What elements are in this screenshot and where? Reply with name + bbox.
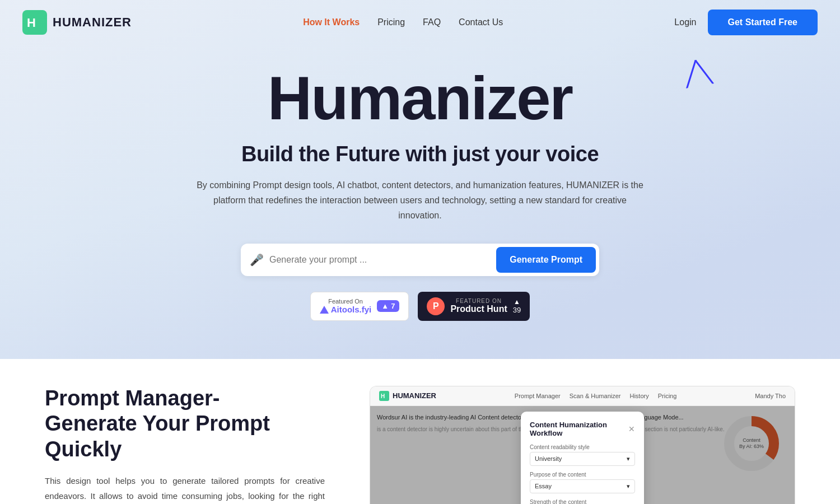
producthunt-badge[interactable]: P FEATURED ON Product Hunt ▲ 39 [418,292,530,321]
lower-section: Prompt Manager-Generate Your PromptQuick… [0,359,840,504]
aitools-logo: Aitools.fyi [320,305,372,314]
app-user-name: Mandy Tho [755,393,786,399]
aitools-count-value: 7 [391,302,395,310]
search-bar-container: 🎤 Generate Prompt [11,244,829,276]
modal-value-purpose: Essay [535,483,552,489]
search-input[interactable] [269,255,496,265]
modal-label-readability: Content readability style [530,444,635,450]
get-started-button[interactable]: Get Started Free [708,10,818,35]
app-mockup-container: H HUMANIZER Prompt Manager Scan & Humani… [370,386,795,504]
nav-contact[interactable]: Contact Us [459,17,503,27]
search-bar: 🎤 Generate Prompt [241,244,599,276]
humanization-modal: Content Humanization Workflow ✕ Content … [521,412,644,504]
aitools-badge[interactable]: Featured On Aitools.fyi ▲ 7 [310,292,409,321]
producthunt-logo: P [427,297,445,315]
lower-title: Prompt Manager-Generate Your PromptQuick… [45,386,325,463]
modal-value-readability: University [535,455,562,462]
navbar: H HUMANIZER How It Works Pricing FAQ Con… [0,0,840,45]
modal-select-readability[interactable]: University ▾ [530,452,635,466]
modal-field-purpose: Purpose of the content Essay ▾ [530,472,635,493]
aitools-info: Featured On Aitools.fyi [320,298,372,314]
modal-field-readability: Content readability style University ▾ [530,444,635,466]
logo-icon: H [22,10,47,35]
mic-icon: 🎤 [250,253,264,267]
hero-description: By combining Prompt design tools, AI cha… [196,178,644,223]
nav-how-it-works[interactable]: How It Works [303,17,360,27]
modal-header: Content Humanization Workflow ✕ [530,421,635,437]
app-nav-scan[interactable]: Scan & Humanizer [570,393,621,399]
app-header-logo: H HUMANIZER [379,391,436,401]
chevron-down-icon: ▾ [627,455,630,463]
modal-field-strength: Strength of the content Essay ▾ [530,499,635,504]
producthunt-count-value: 39 [513,306,521,314]
svg-text:H: H [27,16,36,30]
logo-text: HUMANIZER [53,15,132,30]
nav-right: Login Get Started Free [674,10,818,35]
chevron-down-icon-2: ▾ [627,483,630,490]
app-nav-items: Prompt Manager Scan & Humanizer History … [515,393,677,399]
modal-label-purpose: Purpose of the content [530,472,635,478]
producthunt-brand: Product Hunt [450,304,507,314]
modal-close-icon[interactable]: ✕ [628,424,635,433]
modal-label-strength: Strength of the content [530,499,635,504]
nav-faq[interactable]: FAQ [423,17,441,27]
aitools-triangle-icon [320,306,329,314]
producthunt-count: ▲ 39 [513,298,521,314]
producthunt-upvote-icon: ▲ [514,298,520,306]
aitools-count: ▲ 7 [377,300,399,312]
lower-text: Prompt Manager-Generate Your PromptQuick… [45,386,325,504]
app-mockup: H HUMANIZER Prompt Manager Scan & Humani… [370,386,795,504]
hero-decoration: ╱╲ [683,59,713,86]
app-header: H HUMANIZER Prompt Manager Scan & Humani… [370,386,795,406]
nav-pricing[interactable]: Pricing [377,17,405,27]
svg-text:H: H [381,393,385,399]
hero-section: ╱╲ Humanizer Build the Future with just … [0,45,840,359]
generate-prompt-button[interactable]: Generate Prompt [496,247,596,273]
app-nav-prompt-manager[interactable]: Prompt Manager [515,393,561,399]
producthunt-label: FEATURED ON [450,298,507,304]
aitools-brand: Aitools.fyi [331,305,372,314]
lower-description: This design tool helps you to generate t… [45,473,325,504]
logo-link[interactable]: H HUMANIZER [22,10,132,35]
hero-subtitle: Build the Future with just your voice [11,142,829,166]
app-nav-pricing[interactable]: Pricing [658,393,677,399]
aitools-label: Featured On [320,298,372,305]
login-button[interactable]: Login [674,17,696,27]
modal-title: Content Humanization Workflow [530,421,628,437]
producthunt-info: FEATURED ON Product Hunt [450,298,507,314]
app-brand-name: HUMANIZER [393,391,436,400]
modal-select-purpose[interactable]: Essay ▾ [530,479,635,493]
app-logo-icon: H [379,391,389,401]
app-body: Wordsur AI is the industry-leading AI Co… [370,406,795,504]
aitools-upvote-icon: ▲ [381,302,389,310]
app-nav-history[interactable]: History [629,393,648,399]
badges-container: Featured On Aitools.fyi ▲ 7 P FEATURED O… [11,292,829,321]
nav-links: How It Works Pricing FAQ Contact Us [303,17,503,27]
modal-overlay: Content Humanization Workflow ✕ Content … [370,406,795,504]
